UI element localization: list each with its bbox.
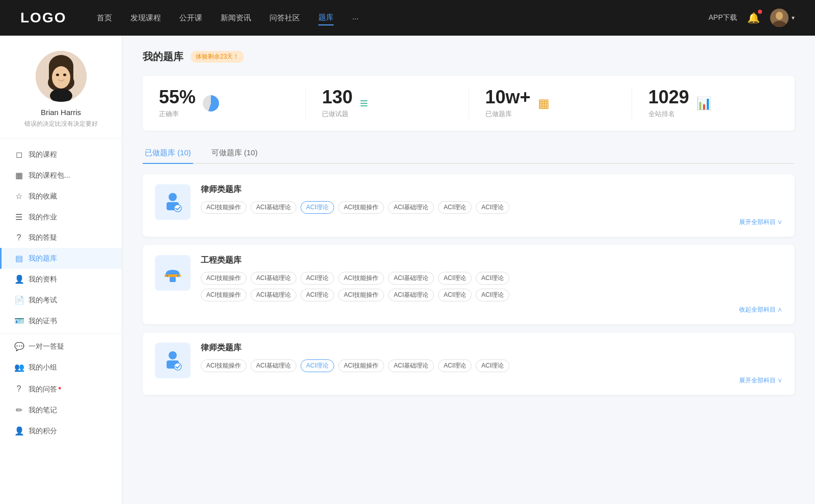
nav-bank[interactable]: 题库: [318, 11, 334, 25]
tag-selected[interactable]: ACI理论: [301, 359, 334, 372]
sidebar-item-my-bank[interactable]: ▤ 我的题库: [0, 248, 122, 269]
avatar: [36, 51, 87, 102]
collapse-bank-2[interactable]: 收起全部科目 ∧: [201, 305, 782, 314]
package-icon: ▦: [14, 171, 23, 180]
logo[interactable]: LOGO: [20, 10, 66, 26]
tabs-bar: 已做题库 (10) 可做题库 (10): [143, 143, 795, 164]
chevron-down-icon: ▾: [792, 14, 795, 21]
tag[interactable]: ACI基础理论: [251, 289, 296, 301]
sidebar-item-points[interactable]: 👤 我的积分: [0, 421, 122, 441]
sidebar-label: 一对一答疑: [29, 342, 107, 351]
stat-questions: 130 已做试题 ≡: [322, 88, 469, 119]
sidebar-item-course-package[interactable]: ▦ 我的课程包...: [0, 165, 122, 186]
stat-value-rank: 1029 全站排名: [648, 88, 689, 119]
sidebar-item-notes[interactable]: ✏ 我的笔记: [0, 400, 122, 421]
sidebar-label: 我的收藏: [29, 192, 107, 201]
tag[interactable]: ACI理论: [476, 289, 509, 301]
nav-open-course[interactable]: 公开课: [179, 11, 202, 25]
tag[interactable]: ACI理论: [438, 289, 472, 301]
tag[interactable]: ACI基础理论: [388, 359, 434, 372]
sidebar-label: 我的答疑: [29, 233, 107, 242]
tag[interactable]: ACI基础理论: [388, 201, 434, 214]
user-avatar-menu[interactable]: ▾: [770, 9, 795, 27]
chart-bar-icon: 📊: [696, 96, 712, 110]
tag[interactable]: ACI理论: [438, 359, 472, 372]
tag[interactable]: ACI基础理论: [251, 359, 296, 372]
bank-card-3: 律师类题库 ACI技能操作 ACI基础理论 ACI理论 ACI技能操作 ACI基…: [143, 332, 795, 395]
homework-icon: ☰: [14, 212, 23, 222]
sidebar-item-my-qa[interactable]: ? 我的问答: [0, 378, 122, 400]
svg-point-8: [52, 66, 70, 89]
page-header: 我的题库 体验剩余23天！: [143, 50, 795, 64]
sidebar-item-exam[interactable]: 📄 我的考试: [0, 290, 122, 311]
bank-name-2: 工程类题库: [201, 255, 782, 266]
qa-icon: ?: [14, 233, 23, 242]
tag[interactable]: ACI理论: [438, 201, 472, 214]
sidebar-label: 我的小组: [29, 363, 107, 372]
tag[interactable]: ACI理论: [301, 272, 334, 285]
nav-news[interactable]: 新闻资讯: [221, 11, 251, 25]
tag[interactable]: ACI基础理论: [251, 201, 296, 214]
nav-qa[interactable]: 问答社区: [269, 11, 300, 25]
sidebar-label: 我的题库: [29, 254, 107, 263]
sidebar-item-answers[interactable]: ? 我的答疑: [0, 228, 122, 248]
sidebar-item-favorites[interactable]: ☆ 我的收藏: [0, 186, 122, 207]
avatar: [770, 9, 789, 27]
stat-value-accuracy: 55% 正确率: [159, 88, 196, 119]
app-download-link[interactable]: APP下载: [709, 13, 737, 22]
sidebar-item-homework[interactable]: ☰ 我的作业: [0, 207, 122, 228]
sidebar-item-group[interactable]: 👥 我的小组: [0, 357, 122, 378]
svg-rect-16: [170, 277, 176, 282]
tag[interactable]: ACI技能操作: [338, 272, 384, 285]
tag-selected[interactable]: ACI理论: [301, 201, 334, 214]
bank-icon-lawyer-3: [155, 343, 191, 378]
tab-done-banks[interactable]: 已做题库 (10): [143, 143, 193, 164]
svg-point-9: [56, 74, 59, 76]
accuracy-label: 正确率: [159, 109, 196, 119]
expand-bank-1[interactable]: 展开全部科目 ∨: [201, 218, 782, 227]
tag[interactable]: ACI基础理论: [388, 289, 434, 301]
tag[interactable]: ACI技能操作: [201, 272, 247, 285]
tag[interactable]: ACI理论: [476, 359, 509, 372]
notification-bell[interactable]: 🔔: [747, 12, 760, 24]
sidebar-divider: [0, 333, 122, 334]
bank-name-1: 律师类题库: [201, 184, 782, 195]
tag[interactable]: ACI理论: [438, 272, 472, 285]
tag[interactable]: ACI技能操作: [201, 201, 247, 214]
stat-rank: 1029 全站排名 📊: [648, 88, 778, 119]
sidebar-item-courses[interactable]: ◻ 我的课程: [0, 144, 122, 165]
nav-home[interactable]: 首页: [97, 11, 112, 25]
grid-icon: ▦: [538, 96, 550, 110]
tab-available-banks[interactable]: 可做题库 (10): [209, 143, 260, 164]
tags-row-1: ACI技能操作 ACI基础理论 ACI理论 ACI技能操作 ACI基础理论 AC…: [201, 201, 782, 214]
tag[interactable]: ACI基础理论: [388, 272, 434, 285]
tag[interactable]: ACI技能操作: [201, 289, 247, 301]
tag[interactable]: ACI理论: [301, 289, 334, 301]
tag[interactable]: ACI技能操作: [201, 359, 247, 372]
expand-bank-3[interactable]: 展开全部科目 ∨: [201, 376, 782, 385]
svg-point-10: [63, 74, 66, 76]
stat-value-questions: 130 已做试题: [322, 88, 352, 119]
sidebar-item-profile[interactable]: 👤 我的资料: [0, 269, 122, 290]
tag[interactable]: ACI技能操作: [338, 289, 384, 301]
tag[interactable]: ACI技能操作: [338, 201, 384, 214]
sidebar-item-1on1[interactable]: 💬 一对一答疑: [0, 336, 122, 357]
tags-row-2: ACI技能操作 ACI基础理论 ACI理论 ACI技能操作 ACI基础理论 AC…: [201, 272, 782, 285]
tag[interactable]: ACI理论: [476, 272, 509, 285]
nav-courses[interactable]: 发现课程: [130, 11, 161, 25]
tag[interactable]: ACI基础理论: [251, 272, 296, 285]
tag[interactable]: ACI技能操作: [338, 359, 384, 372]
courses-icon: ◻: [14, 150, 23, 159]
svg-rect-18: [177, 275, 179, 277]
sidebar-label: 我的课程: [29, 150, 107, 159]
profile-motto: 错误的决定比没有决定要好: [10, 120, 112, 128]
sidebar-label: 我的笔记: [29, 406, 107, 415]
accuracy-number: 55%: [159, 88, 196, 106]
stat-banks: 10w+ 已做题库 ▦: [485, 88, 632, 119]
profile-name: Brian Harris: [10, 108, 112, 117]
tags-row-3: ACI技能操作 ACI基础理论 ACI理论 ACI技能操作 ACI基础理论 AC…: [201, 359, 782, 372]
sidebar-label: 我的问答: [29, 383, 107, 394]
sidebar-item-certificate[interactable]: 🪪 我的证书: [0, 311, 122, 331]
tag[interactable]: ACI理论: [476, 201, 509, 214]
nav-more[interactable]: ···: [352, 12, 359, 24]
